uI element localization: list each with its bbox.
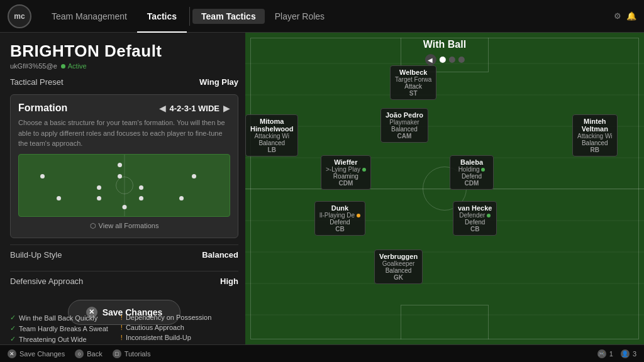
pro-item-1: ✓ Win the Ball Back Quickly — [10, 314, 108, 322]
cons-column: ! Dependency on Possession ! Cautious Ap… — [121, 314, 211, 343]
pitch-markings — [245, 33, 644, 344]
role-dot — [481, 168, 485, 172]
player-name: Verbruggen — [379, 253, 418, 260]
build-up-value: Balanced — [202, 250, 238, 260]
active-dot — [61, 64, 65, 69]
player-style: Defend — [458, 219, 492, 226]
player-name: Welbeck — [395, 69, 431, 76]
defensive-approach-value: High — [220, 277, 238, 286]
nav-sub-tabs: Team Tactics Player Roles — [192, 9, 333, 24]
defensive-approach-row: Defensive Approach High — [10, 271, 238, 291]
player-name: Mitoma — [250, 118, 293, 125]
bottom-x-icon: ✕ — [8, 349, 16, 358]
player-pos: LB — [250, 146, 293, 153]
player-card-wieffer[interactable]: Wieffer >-Lying Play Roaming CDM — [321, 155, 371, 190]
subtitle-row: ukGf#3%55@e Active — [10, 62, 238, 70]
mini-player-rb — [179, 196, 184, 200]
check-icon: ✓ — [10, 335, 16, 343]
bottom-tutorials-icon: □ — [113, 349, 121, 358]
player-style: Defend — [319, 219, 360, 226]
player-pos: CAM — [386, 133, 423, 140]
nav-divider — [189, 7, 190, 26]
title-area: BRIGHTON Default ukGf#3%55@e Active — [10, 41, 238, 70]
mini-player-rw — [192, 174, 196, 178]
player-style: Attack — [395, 83, 431, 90]
player-name: Dunk — [319, 204, 360, 212]
pros-cons-section: ✓ Win the Ball Back Quickly ✓ Team Hardl… — [10, 314, 380, 343]
with-ball-title: With Ball — [423, 39, 466, 50]
formation-header: Formation ◀ 4-2-3-1 WIDE ▶ — [18, 102, 230, 114]
wb-dot-3 — [458, 57, 464, 63]
player-role: Goalkeeper — [379, 260, 418, 267]
pitch-area: With Ball ◀ Welbeck Target Forwa Attack … — [245, 33, 644, 344]
left-panel: BRIGHTON Default ukGf#3%55@e Active Tact… — [0, 33, 248, 362]
bottom-back[interactable]: ○ Back — [75, 349, 102, 358]
mini-player-cb1 — [97, 196, 101, 200]
player-pos: CB — [458, 226, 492, 233]
logo: mc — [8, 4, 31, 28]
formation-nav: ◀ 4-2-3-1 WIDE ▶ — [159, 103, 230, 113]
bottom-save-changes[interactable]: ✕ Save Changes — [8, 349, 65, 358]
player-card-verbruggen[interactable]: Verbruggen Goalkeeper Balanced GK — [374, 250, 423, 284]
bottom-bar: ✕ Save Changes ○ Back □ Tutorials 🎮 1 👤 … — [0, 344, 644, 362]
bottom-right-section: 🎮 1 👤 3 — [597, 349, 636, 358]
formation-next-button[interactable]: ▶ — [223, 103, 230, 113]
player-name: van Hecke — [458, 204, 492, 212]
pros-column: ✓ Win the Ball Back Quickly ✓ Team Hardl… — [10, 314, 108, 343]
mini-player-cdm1 — [97, 185, 101, 190]
warn-icon: ! — [121, 324, 123, 331]
subtitle-id: ukGf#3%55@e — [10, 62, 57, 70]
warn-icon: ! — [121, 314, 123, 321]
active-badge: Active — [61, 62, 87, 70]
bottom-tutorials[interactable]: □ Tutorials — [113, 349, 151, 358]
bottom-count-1: 🎮 1 — [597, 349, 613, 358]
con-item-1: ! Dependency on Possession — [121, 314, 211, 321]
count1-icon: 🎮 — [597, 349, 606, 358]
player-style: Defend — [455, 173, 489, 180]
nav-icon-2: 🔔 — [626, 11, 636, 21]
tab-team-tactics[interactable]: Team Tactics — [192, 9, 265, 24]
with-ball-dots: ◀ — [423, 54, 466, 65]
player-card-welbeck[interactable]: Welbeck Target Forwa Attack ST — [390, 65, 436, 100]
player-name: Baleba — [455, 158, 489, 166]
player-role: ll-Playing De — [319, 212, 360, 219]
player-pos: RB — [577, 146, 613, 153]
role-dot — [357, 214, 360, 217]
mini-player-st — [118, 163, 122, 167]
player-card-dunk[interactable]: Dunk ll-Playing De Defend CB — [314, 201, 365, 236]
mini-player-cb2 — [139, 196, 143, 200]
player-style: Balanced — [250, 140, 293, 146]
player-card-van-hecke[interactable]: van Hecke Defender Defend CB — [453, 201, 497, 236]
player-card-hinshelwood[interactable]: Mitoma Hinshelwood Attacking Wi Balanced… — [245, 114, 298, 156]
player-pos: CB — [319, 226, 360, 233]
con-item-2: ! Cautious Approach — [121, 324, 211, 331]
defensive-approach-label: Defensive Approach — [10, 277, 83, 286]
view-all-formations-button[interactable]: ⬡ View all Formations — [18, 222, 230, 230]
player-style: Roaming — [326, 173, 366, 180]
player-style: Balanced — [379, 267, 418, 274]
player-role: Defender — [458, 212, 492, 219]
nav-team-management[interactable]: Team Management — [42, 0, 137, 33]
player-card-joao-pedro[interactable]: João Pedro Playmaker Balanced CAM — [380, 108, 428, 143]
player-card-baleba[interactable]: Baleba Holding Defend CDM — [450, 155, 494, 190]
check-icon: ✓ — [10, 324, 16, 332]
player-role: Attacking Wi — [577, 133, 613, 140]
pro-item-2: ✓ Team Hardly Breaks A Sweat — [10, 324, 108, 332]
player-pos: ST — [395, 90, 431, 97]
pro-item-3: ✓ Threatening Out Wide — [10, 335, 108, 343]
player-name-2: Veltman — [577, 125, 613, 133]
with-ball-prev[interactable]: ◀ — [425, 54, 436, 65]
role-dot — [487, 214, 491, 217]
wb-dot-2 — [448, 57, 455, 63]
tactical-preset-row: Tactical Preset Wing Play — [10, 76, 238, 88]
player-card-veltman[interactable]: Minteh Veltman Attacking Wi Balanced RB — [572, 114, 618, 156]
player-name-2: Hinshelwood — [250, 125, 293, 133]
formation-prev-button[interactable]: ◀ — [159, 103, 166, 113]
nav-tactics[interactable]: Tactics — [137, 0, 187, 33]
player-role: >-Lying Play — [326, 166, 366, 173]
player-role: Playmaker — [386, 119, 423, 126]
tab-player-roles[interactable]: Player Roles — [266, 9, 333, 24]
mini-pitch-circle — [116, 177, 133, 194]
mini-player-gk — [122, 205, 126, 209]
player-name: Wieffer — [326, 158, 366, 166]
